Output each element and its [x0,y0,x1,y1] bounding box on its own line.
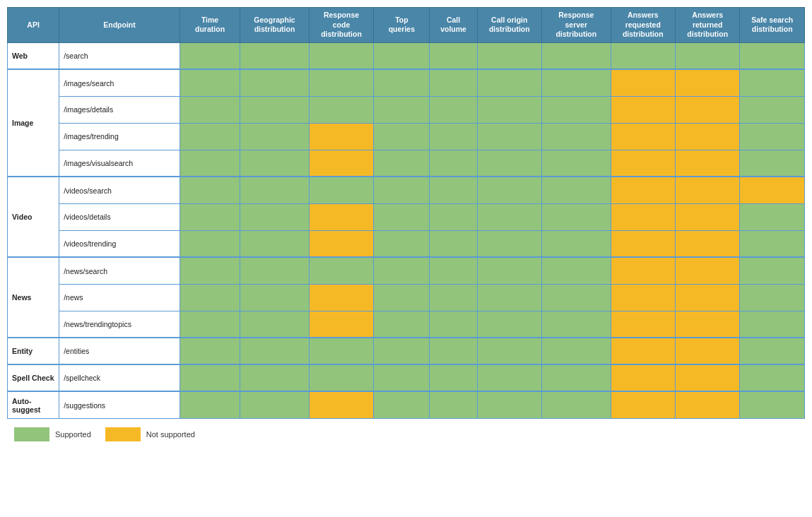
table-row: Auto-suggest/suggestions [8,391,805,418]
table-row: Video/videos/search [8,177,805,203]
data-cell [611,230,675,257]
data-cell [180,177,240,203]
data-cell [240,391,310,418]
data-cell [477,338,541,364]
data-cell [240,203,310,230]
header-api: API [8,8,59,43]
data-cell [430,177,477,203]
data-cell [374,150,430,177]
data-cell [240,230,310,257]
data-cell [430,203,477,230]
data-cell [477,257,541,284]
data-cell [477,284,541,311]
data-cell [180,284,240,311]
api-cell: Video [8,177,59,257]
data-cell [430,257,477,284]
data-cell [740,257,805,284]
data-cell [477,42,541,69]
data-cell [477,69,541,96]
data-cell [740,96,805,123]
header-response-code: Responsecodedistribution [309,8,373,43]
legend-supported: Supported [14,427,91,441]
api-cell: Entity [8,338,59,364]
data-cell [542,42,611,69]
data-cell [180,96,240,123]
api-cell: Auto-suggest [8,391,59,418]
api-cell: News [8,257,59,338]
data-cell [740,311,805,338]
data-cell [611,96,675,123]
data-cell [309,150,373,177]
data-cell [542,150,611,177]
data-cell [240,257,310,284]
data-cell [309,177,373,203]
header-answers-returned: Answersreturneddistribution [676,8,740,43]
data-cell [676,257,740,284]
table-row: /news/trendingtopics [8,311,805,338]
endpoint-cell: /search [59,42,180,69]
table-row: /videos/trending [8,230,805,257]
data-cell [676,42,740,69]
header-top-queries: Topqueries [374,8,430,43]
data-cell [740,203,805,230]
data-cell [309,338,373,364]
endpoint-cell: /images/details [59,96,180,123]
data-cell [477,123,541,150]
data-cell [309,311,373,338]
data-cell [676,391,740,418]
data-cell [374,311,430,338]
data-cell [740,338,805,364]
data-cell [611,177,675,203]
data-cell [611,150,675,177]
endpoint-cell: /videos/trending [59,230,180,257]
data-cell [180,123,240,150]
endpoint-cell: /images/search [59,69,180,96]
data-cell [611,203,675,230]
data-cell [240,284,310,311]
legend-not-supported-label: Not supported [146,430,195,439]
header-time-duration: Timeduration [180,8,240,43]
data-cell [740,123,805,150]
data-cell [740,150,805,177]
table-row: Entity/entities [8,338,805,364]
data-cell [611,42,675,69]
data-cell [477,311,541,338]
data-cell [309,230,373,257]
data-cell [309,96,373,123]
data-cell [180,311,240,338]
table-row: /images/trending [8,123,805,150]
endpoint-cell: /news/trendingtopics [59,311,180,338]
data-cell [542,391,611,418]
data-cell [430,96,477,123]
data-cell [542,96,611,123]
endpoint-cell: /suggestions [59,391,180,418]
header-answers-requested: Answersrequesteddistribution [611,8,675,43]
data-cell [180,364,240,391]
header-safe-search: Safe searchdistribution [740,8,805,43]
data-cell [477,203,541,230]
data-cell [542,364,611,391]
endpoint-cell: /images/trending [59,123,180,150]
data-cell [542,203,611,230]
data-cell [430,123,477,150]
data-cell [430,42,477,69]
data-cell [309,123,373,150]
header-call-volume: Callvolume [430,8,477,43]
data-cell [309,257,373,284]
data-cell [676,96,740,123]
data-cell [542,69,611,96]
legend-not-supported-box [105,427,141,441]
data-cell [430,311,477,338]
data-cell [676,123,740,150]
data-cell [374,177,430,203]
endpoint-cell: /videos/details [59,203,180,230]
data-cell [180,338,240,364]
table-row: /news [8,284,805,311]
header-call-origin: Call origindistribution [477,8,541,43]
data-cell [374,69,430,96]
data-cell [542,177,611,203]
data-cell [740,364,805,391]
data-cell [611,123,675,150]
data-cell [477,391,541,418]
data-cell [180,42,240,69]
